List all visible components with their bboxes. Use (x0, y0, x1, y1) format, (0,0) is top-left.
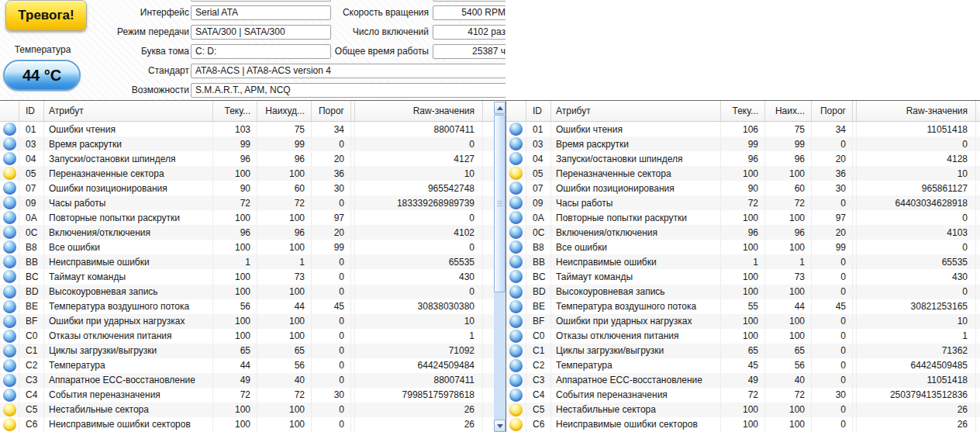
rotation-rate-field[interactable]: 5400 RPM (433, 5, 506, 20)
col-header-raw[interactable]: Raw-значения (857, 101, 976, 121)
cell-filler (976, 210, 980, 225)
table-row[interactable]: 09Часы работы72720183339268989739 (0, 195, 506, 210)
table-row[interactable]: C0Отказы отключения питания10010001 (0, 329, 506, 344)
transfer-mode-field[interactable]: SATA/300 | SATA/300 (191, 25, 331, 40)
table-row[interactable]: BEТемпература воздушного потока564445308… (0, 299, 506, 314)
table-row[interactable]: C5Нестабильные сектора100100026 (0, 403, 506, 417)
cell-attribute: Время раскрутки (551, 137, 721, 151)
table-row[interactable]: 05Переназначенные сектора1001003610 (0, 166, 506, 181)
table-row[interactable]: C6Неисправимые ошибки секторов100100026 (0, 417, 506, 432)
cell-worst: 56 (765, 358, 812, 373)
interface-field[interactable]: Serial ATA (191, 5, 331, 20)
table-row[interactable]: 04Запуски/остановки шпинделя9696204127 (0, 151, 506, 166)
features-field[interactable]: S.M.A.R.T., APM, NCQ (191, 83, 506, 98)
table-row[interactable]: C2Температура4456064424509484 (0, 358, 506, 373)
status-ok-icon (3, 389, 16, 402)
table-row[interactable]: C6Неисправимые ошибки секторов100100026 (506, 417, 980, 432)
table-row[interactable]: 05Переназначенные сектора1001003610 (506, 166, 980, 181)
cell-filler (483, 137, 494, 151)
scrollbar-thumb[interactable] (494, 115, 506, 292)
table-row[interactable]: 03Время раскрутки999900 (506, 137, 980, 151)
col-header-threshold[interactable]: Порог (812, 101, 853, 121)
cell-current: 106 (721, 122, 765, 137)
table-row[interactable]: C3Аппаратное ECC-восстановление494008800… (0, 373, 506, 388)
cell-worst: 40 (257, 373, 312, 388)
cell-raw: 4128 (857, 151, 976, 166)
table-row[interactable]: C2Температура4556064424509485 (506, 358, 980, 373)
table-row[interactable]: 03Время раскрутки999900 (0, 137, 506, 151)
col-header-worst[interactable]: Наихуд... (257, 101, 312, 121)
table-row[interactable]: 09Часы работы7272064403034628918 (506, 195, 980, 210)
power-on-hours-field[interactable]: 25387 ч (433, 44, 506, 59)
cell-filler (483, 240, 494, 254)
cell-id: 04 (526, 151, 551, 166)
col-header-threshold[interactable]: Порог (312, 101, 351, 121)
table-row[interactable]: BFОшибки при ударных нагрузках100100010 (0, 314, 506, 329)
cell-current: 90 (213, 181, 257, 195)
cell-current: 96 (721, 151, 765, 166)
table-row[interactable]: 0AПовторные попытки раскрутки100100970 (506, 210, 980, 225)
col-header-raw[interactable]: Raw-значения (355, 101, 483, 121)
table-row[interactable]: B8Все ошибки100100990 (506, 240, 980, 254)
table-row[interactable]: C1Циклы загрузки/выгрузки6565071092 (0, 344, 506, 358)
clipped-field-right[interactable] (433, 0, 506, 2)
cell-current: 100 (213, 285, 257, 299)
header-spacer (0, 101, 19, 121)
cell-filler (976, 373, 980, 388)
table-row[interactable]: BBНеисправимые ошибки11065535 (0, 254, 506, 269)
col-header-current[interactable]: Теку... (213, 101, 257, 121)
volume-letter-field[interactable]: C: D: (191, 44, 331, 59)
scroll-down-button[interactable] (494, 420, 506, 432)
cell-attribute: Циклы загрузки/выгрузки (44, 344, 213, 358)
table-row[interactable]: C0Отказы отключения питания10010001 (506, 329, 980, 344)
cell-worst: 100 (765, 210, 812, 225)
cell-id: 09 (19, 195, 44, 210)
col-header-current[interactable]: Теку... (721, 101, 765, 121)
table-row[interactable]: BBНеисправимые ошибки11065535 (506, 254, 980, 269)
cell-id: C5 (526, 403, 551, 417)
table-row[interactable]: BDВысокоуровневая запись10010000 (506, 285, 980, 299)
table-row[interactable]: C4События переназначения7272302503794135… (506, 388, 980, 403)
table-row[interactable]: BCТаймаут команды100730430 (0, 269, 506, 284)
table-row[interactable]: BFОшибки при ударных нагрузках100100010 (506, 314, 980, 329)
table-row[interactable]: C1Циклы загрузки/выгрузки6565071362 (506, 344, 980, 358)
cell-raw: 64403034628918 (857, 195, 976, 210)
status-ok-icon (509, 137, 523, 150)
col-header-worst[interactable]: Наих... (765, 101, 812, 121)
table-row[interactable]: 01Ошибки чтения106753411051418 (506, 122, 980, 137)
table-row[interactable]: 0AПовторные попытки раскрутки100100970 (0, 210, 506, 225)
table-row[interactable]: 04Запуски/остановки шпинделя9696204128 (506, 151, 980, 166)
vertical-scrollbar[interactable] (494, 102, 506, 432)
table-row[interactable]: C5Нестабильные сектора100100026 (506, 403, 980, 417)
table-row[interactable]: BCТаймаут команды100730430 (506, 269, 980, 284)
table-row[interactable]: 07Ошибки позиционирования906030965861127 (506, 181, 980, 195)
table-row[interactable]: B8Все ошибки100100990 (0, 240, 506, 254)
table-row[interactable]: 0CВключения/отключения9696204103 (506, 225, 980, 240)
cell-worst: 100 (765, 166, 812, 181)
cell-filler (483, 358, 494, 373)
cell-raw: 26 (857, 417, 976, 432)
clipped-field-left[interactable] (191, 0, 331, 2)
standard-field[interactable]: ATA8-ACS | ATA8-ACS version 4 (191, 64, 506, 78)
table-row[interactable]: BDВысокоуровневая запись10010000 (0, 285, 506, 299)
status-ok-icon (509, 330, 523, 343)
table-row[interactable]: 0CВключения/отключения9696204102 (0, 225, 506, 240)
col-header-id[interactable]: ID (526, 101, 551, 121)
col-header-attribute[interactable]: Атрибут (551, 101, 721, 121)
table-row[interactable]: C3Аппаратное ECC-восстановление494001105… (506, 373, 980, 388)
col-header-id[interactable]: ID (19, 101, 44, 121)
cell-worst: 100 (257, 240, 312, 254)
power-on-count-field[interactable]: 4102 раз (433, 25, 506, 40)
table-row[interactable]: 07Ошибки позиционирования906030965542748 (0, 181, 506, 195)
cell-current: 100 (213, 403, 257, 417)
cell-status (506, 373, 526, 388)
table-row[interactable]: BEТемпература воздушного потока554445308… (506, 299, 980, 314)
cell-threshold: 36 (312, 166, 351, 181)
status-ok-icon (509, 300, 523, 313)
scroll-up-button[interactable] (494, 102, 506, 114)
table-row[interactable]: 01Ошибки чтения103753488007411 (0, 122, 506, 137)
col-header-attribute[interactable]: Атрибут (44, 101, 213, 121)
table-row[interactable]: C4События переназначения7272307998517597… (0, 388, 506, 403)
status-ok-icon (509, 374, 523, 387)
cell-threshold: 0 (312, 195, 351, 210)
